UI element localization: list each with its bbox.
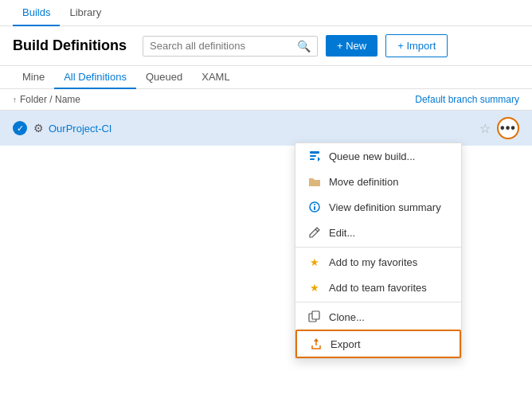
header-area: Build Definitions 🔍 + New + Import [0, 26, 532, 66]
svg-rect-2 [310, 158, 315, 160]
divider-1 [295, 247, 461, 248]
svg-rect-1 [310, 155, 316, 157]
sub-nav: Mine All Definitions Queued XAML [0, 66, 532, 89]
folder-icon [308, 175, 321, 188]
team-favorites-star-icon: ★ [308, 281, 321, 294]
top-nav: Builds Library [0, 0, 532, 26]
tab-mine[interactable]: Mine [13, 66, 54, 89]
folder-name-column: Folder / Name [20, 94, 80, 105]
svg-rect-0 [310, 151, 319, 154]
my-favorites-star-icon: ★ [308, 256, 321, 268]
branch-summary-column: Default branch summary [415, 94, 519, 105]
export-label: Export [331, 338, 361, 350]
view-definition-summary-item[interactable]: View definition summary [295, 194, 461, 220]
svg-rect-9 [312, 311, 319, 319]
view-definition-summary-label: View definition summary [329, 201, 441, 213]
import-button[interactable]: + Import [385, 34, 448, 57]
table-row: ✓ ⚙ OurProject-CI ☆ ••• Queue new build.… [0, 111, 532, 146]
clone-icon [308, 310, 321, 323]
clone-item[interactable]: Clone... [295, 304, 461, 330]
row-checkbox[interactable]: ✓ [13, 121, 27, 135]
search-box: 🔍 [143, 36, 318, 57]
definition-name[interactable]: OurProject-CI [49, 123, 479, 135]
svg-marker-3 [318, 157, 320, 162]
tab-all-definitions[interactable]: All Definitions [54, 66, 136, 89]
add-to-my-favorites-label: Add to my favorites [329, 256, 417, 268]
tab-builds[interactable]: Builds [13, 0, 60, 26]
add-to-team-favorites-item[interactable]: ★ Add to team favorites [295, 275, 461, 300]
tab-queued[interactable]: Queued [136, 66, 192, 89]
svg-point-5 [314, 204, 315, 205]
sort-label[interactable]: ↑ Folder / Name [13, 94, 80, 105]
export-icon [310, 338, 323, 350]
summary-icon [308, 201, 321, 213]
search-icon: 🔍 [297, 40, 311, 53]
edit-icon [308, 226, 321, 239]
queue-new-build-item[interactable]: Queue new build... [295, 143, 461, 169]
favorite-star-icon[interactable]: ☆ [479, 121, 491, 136]
move-definition-item[interactable]: Move definition [295, 169, 461, 194]
edit-label: Edit... [329, 227, 355, 239]
queue-icon [308, 150, 321, 162]
svg-rect-6 [314, 206, 315, 210]
edit-item[interactable]: Edit... [295, 220, 461, 245]
dropdown-menu: Queue new build... Move definition View … [295, 142, 462, 359]
svg-line-7 [315, 229, 318, 232]
move-definition-label: Move definition [329, 176, 398, 188]
clone-label: Clone... [329, 311, 365, 323]
svg-marker-11 [314, 338, 319, 341]
page-title: Build Definitions [13, 37, 127, 54]
more-options-button[interactable]: ••• [497, 117, 519, 139]
tab-library[interactable]: Library [60, 0, 111, 26]
add-to-team-favorites-label: Add to team favorites [329, 282, 427, 294]
export-item[interactable]: Export [295, 330, 461, 358]
sort-arrow-icon: ↑ [13, 96, 17, 104]
divider-2 [295, 302, 461, 302]
new-button[interactable]: + New [326, 35, 377, 57]
tab-xaml[interactable]: XAML [192, 66, 239, 89]
queue-new-build-label: Queue new build... [329, 150, 415, 162]
search-input[interactable] [150, 40, 294, 52]
definition-icon: ⚙ [33, 122, 44, 135]
table-header: ↑ Folder / Name Default branch summary [0, 89, 532, 111]
add-to-my-favorites-item[interactable]: ★ Add to my favorites [295, 249, 461, 275]
